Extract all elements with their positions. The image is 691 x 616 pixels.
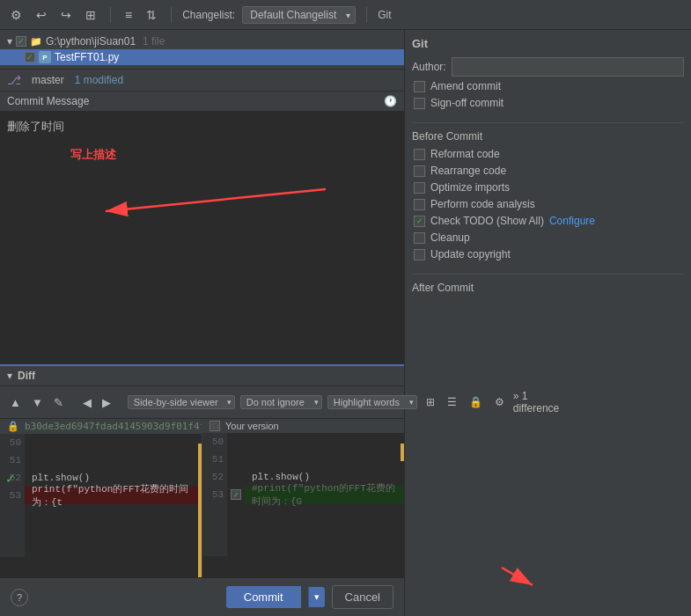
- redo-icon[interactable]: ↪: [57, 6, 75, 24]
- author-input[interactable]: [452, 57, 684, 77]
- diff-version-bar: ☐ Your version: [202, 419, 404, 433]
- reformat-checkbox[interactable]: [414, 149, 425, 160]
- commit-header-label: Commit Message: [7, 95, 89, 107]
- left-code-line-53: print(f"python的FFT花费的时间为：{t: [25, 487, 202, 504]
- diff-ignore-wrapper[interactable]: Do not ignore: [240, 395, 322, 409]
- diff-right-code: 50 51 52 53 ✓: [202, 433, 404, 556]
- diff-viewer-select[interactable]: Side-by-side viewer: [128, 395, 235, 409]
- diff-collapse-row[interactable]: ▾ Diff: [0, 366, 404, 386]
- file-checkbox[interactable]: ✓: [25, 52, 35, 62]
- undo-icon[interactable]: ↩: [33, 6, 50, 24]
- diff-right-pane: ☐ Your version 50 51 52 53: [202, 419, 404, 577]
- commit-button[interactable]: Commit: [226, 586, 301, 608]
- perform-checkbox[interactable]: [414, 199, 425, 210]
- perform-row: Perform code analysis: [412, 198, 684, 210]
- right-line-53: 53: [206, 486, 224, 503]
- reformat-row: Reformat code: [412, 148, 684, 160]
- help-button[interactable]: ?: [11, 589, 28, 606]
- diff-ignore-select[interactable]: Do not ignore: [240, 395, 322, 409]
- cleanup-row: Cleanup: [412, 231, 684, 244]
- amend-checkbox[interactable]: [414, 81, 425, 92]
- right-change-indicator: [401, 444, 404, 461]
- sep1: [110, 7, 111, 23]
- changelist-wrapper[interactable]: Default Changelist: [242, 6, 356, 24]
- amend-row: Amend commit: [412, 80, 684, 92]
- branch-name: master: [32, 74, 64, 86]
- grid-icon[interactable]: ⊞: [82, 6, 99, 24]
- python-file-icon: P: [39, 51, 51, 63]
- author-label: Author:: [412, 61, 446, 73]
- check-todo-checkbox[interactable]: ✓: [414, 216, 425, 227]
- git-panel: Git Author: Amend commit Sign-off commit…: [405, 30, 691, 306]
- diff-hash-bar: 🔒 b30de3ed6947fdad4145903d9f01f4f7e882e3…: [0, 419, 202, 434]
- diff-highlight-select[interactable]: Highlight words: [327, 395, 417, 409]
- right-code-line-51: [245, 451, 404, 468]
- diff-edit-icon[interactable]: ✎: [51, 395, 66, 410]
- left-line-nums: 50 51 52 53: [0, 434, 25, 557]
- rearrange-checkbox[interactable]: [414, 165, 425, 177]
- diff-prev-icon[interactable]: ◀: [80, 395, 94, 410]
- right-line-52: 52: [206, 468, 224, 486]
- configure-link[interactable]: Configure: [549, 215, 595, 227]
- author-row: Author:: [412, 57, 684, 77]
- folder-checkbox[interactable]: ✓: [16, 36, 26, 47]
- left-change-indicator: [198, 444, 202, 577]
- file-name: TestFFT01.py: [55, 51, 119, 63]
- commit-clock-icon[interactable]: 🕐: [384, 95, 397, 107]
- diff-viewer-wrapper[interactable]: Side-by-side viewer: [128, 395, 235, 409]
- git-tab-label: Git: [378, 9, 391, 21]
- left-code-line-50: [25, 434, 202, 451]
- signoff-row: Sign-off commit: [412, 97, 684, 109]
- commit-area-wrapper: 删除了时间 写上描述: [0, 112, 404, 364]
- cleanup-checkbox[interactable]: [414, 232, 425, 244]
- diff-wrapper: ▾ Diff ▲ ▼ ✎ ◀ ▶ Side-by-: [0, 364, 404, 577]
- update-copyright-label: Update copyright: [430, 248, 511, 260]
- folder-row[interactable]: ▾ ✓ 📁 G:\python\jiSuan01 1 file: [0, 33, 404, 49]
- reformat-label: Reformat code: [430, 148, 500, 160]
- list-icon[interactable]: ≡: [121, 6, 136, 24]
- diff-down-icon[interactable]: ▼: [29, 395, 46, 410]
- diff-up-icon[interactable]: ▲: [7, 395, 24, 410]
- line-checkbox-53[interactable]: ✓: [231, 489, 241, 500]
- lock-icon: 🔒: [7, 421, 19, 432]
- check-todo-label: Check TODO (Show All): [430, 215, 544, 227]
- cleanup-label: Cleanup: [430, 231, 470, 244]
- right-line-nums: 50 51 52 53: [202, 433, 227, 556]
- update-copyright-row: Update copyright: [412, 248, 684, 260]
- diff-ver-checkbox[interactable]: ☐: [210, 421, 220, 431]
- left-line-51: 51: [4, 451, 21, 469]
- signoff-checkbox[interactable]: [414, 98, 425, 109]
- optimize-checkbox[interactable]: [414, 182, 425, 194]
- diff-content: 🔒 b30de3ed6947fdad4145903d9f01f4f7e882e3…: [0, 419, 404, 577]
- update-copyright-checkbox[interactable]: [414, 249, 425, 260]
- toolbar-icon-1[interactable]: ⚙: [7, 6, 26, 24]
- before-commit-title: Before Commit: [412, 122, 684, 143]
- right-code-line-53: #print(f"python的FFT花费的时间为：{G: [245, 486, 404, 503]
- left-line-53: 53: [4, 487, 21, 504]
- diff-next-icon[interactable]: ▶: [99, 395, 114, 410]
- commit-textarea[interactable]: 删除了时间: [0, 112, 404, 364]
- perform-label: Perform code analysis: [430, 198, 535, 210]
- modified-badge: 1 modified: [75, 74, 123, 86]
- status-bar: ⎇ master 1 modified: [0, 70, 404, 92]
- diff-collapse-icon: ▾: [7, 370, 12, 382]
- changelist-select[interactable]: Default Changelist: [242, 6, 356, 24]
- right-line-50: 50: [206, 433, 224, 451]
- right-column: Git Author: Amend commit Sign-off commit…: [405, 30, 691, 616]
- diff-hash: b30de3ed6947fdad4145903d9f01f4f7e882e318: [25, 421, 202, 432]
- optimize-label: Optimize imports: [430, 181, 510, 194]
- rearrange-label: Rearrange code: [430, 165, 506, 177]
- commit-header: Commit Message 🕐: [0, 92, 404, 112]
- commit-dropdown-button[interactable]: ▾: [308, 587, 325, 607]
- cancel-button[interactable]: Cancel: [332, 585, 393, 609]
- diff-highlight-wrapper[interactable]: Highlight words: [327, 395, 417, 409]
- right-code-line-50: [245, 433, 404, 451]
- changelist-label: Changelist:: [182, 9, 235, 21]
- file-row[interactable]: ✓ P TestFFT01.py: [0, 49, 404, 65]
- branch-icon: ⎇: [7, 73, 21, 87]
- chevron-down-icon: ▾: [7, 35, 12, 48]
- git-title: Git: [412, 37, 684, 50]
- diff-title: Diff: [18, 370, 35, 382]
- right-code-col: plt.show() #print(f"python的FFT花费的时间为：{G: [245, 433, 404, 556]
- sort-icon[interactable]: ⇅: [143, 6, 160, 24]
